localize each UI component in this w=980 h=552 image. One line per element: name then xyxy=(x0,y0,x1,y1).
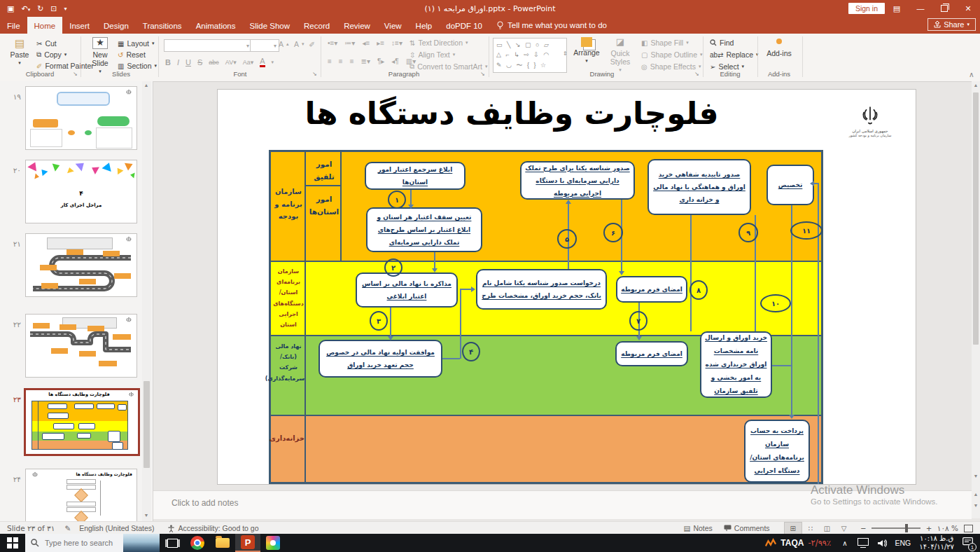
taskbar-powerpoint-active[interactable]: P xyxy=(235,534,260,552)
slide-canvas[interactable]: جمهوری اسلامی ایران سازمان برنامه و بودج… xyxy=(217,89,916,485)
find-button[interactable]: Find xyxy=(710,39,734,47)
font-name-combo[interactable]: ▾ xyxy=(164,39,252,52)
restore-button[interactable] xyxy=(932,0,956,17)
decrease-indent-button[interactable]: ◂≡ xyxy=(362,39,370,47)
scroll-up-icon[interactable]: ▲ xyxy=(972,83,980,88)
tab-help[interactable]: Help xyxy=(409,17,440,34)
flow-box-2[interactable]: تعیین سقف اعتبار هر استان و ابلاغ اعتبار… xyxy=(366,207,482,252)
slide-sorter-view-button[interactable]: ∷ xyxy=(802,523,819,534)
stock-ticker[interactable]: TAQA -۲/۹۹٪ xyxy=(765,538,831,548)
align-right-button[interactable]: ≡ xyxy=(350,57,354,65)
slide-scrollbar-thumb[interactable] xyxy=(973,92,979,345)
addins-button[interactable]: Add-ins xyxy=(763,39,795,57)
justify-button[interactable]: ≣▾ xyxy=(361,57,370,65)
next-slide-button[interactable]: ▼ xyxy=(972,503,980,508)
clear-formatting-button[interactable]: ✐ xyxy=(309,40,315,48)
strikethrough-button[interactable]: abc xyxy=(209,59,219,66)
keyboard-language-indicator[interactable]: ENG xyxy=(895,539,911,547)
flow-box-5[interactable]: تخصیص xyxy=(766,165,814,205)
copy-button[interactable]: ⧉Copy▾ xyxy=(36,50,66,59)
slide-22-thumbnail[interactable] xyxy=(25,314,137,378)
grow-font-button[interactable]: A▴ xyxy=(279,40,289,48)
underline-button[interactable]: U xyxy=(186,58,191,67)
thumbnail-scrollbar-thumb[interactable] xyxy=(144,381,150,468)
tab-design[interactable]: Design xyxy=(97,17,136,34)
paste-button[interactable]: ▤ Paste▾ xyxy=(7,37,32,66)
scroll-down-icon[interactable]: ▼ xyxy=(972,474,980,478)
font-dialog-launcher[interactable]: ↘ xyxy=(312,71,317,77)
slide-scrollbar[interactable]: ▲ ▼ ▲ ▼ xyxy=(972,81,980,518)
arrange-button[interactable]: Arrange▾ xyxy=(571,37,602,64)
increase-indent-button[interactable]: ▸≡ xyxy=(377,39,384,47)
zoom-slider-handle[interactable] xyxy=(905,524,908,532)
reading-view-button[interactable]: ◫ xyxy=(819,523,836,534)
sign-in-button[interactable]: Sign in xyxy=(848,3,885,14)
slide-20-thumbnail[interactable]: ۴ مراحل اجرای کار xyxy=(25,160,137,223)
task-view-button[interactable] xyxy=(160,534,185,552)
slideshow-view-button[interactable]: ▽ xyxy=(836,523,853,534)
character-spacing-button[interactable]: A︎V▾ xyxy=(225,59,237,66)
spell-check-icon[interactable]: ✎ xyxy=(64,524,71,532)
taskbar-file-explorer[interactable] xyxy=(210,534,235,552)
ribbon-display-options-icon[interactable]: ▤ xyxy=(885,0,909,17)
taskbar-chrome[interactable] xyxy=(185,534,210,552)
accessibility-status[interactable]: Accessibility: Good to go xyxy=(178,524,259,532)
search-highlight-image[interactable] xyxy=(123,534,160,552)
font-size-combo[interactable]: ▾ xyxy=(250,39,279,52)
normal-view-button[interactable]: ⊞ xyxy=(784,522,802,534)
italic-button[interactable]: I xyxy=(177,58,179,67)
shape-outline-button[interactable]: ▢Shape Outline▾ xyxy=(641,50,703,59)
replace-button[interactable]: ab⇄Replace▾ xyxy=(710,50,759,59)
action-center-button[interactable]: 1 xyxy=(962,537,973,549)
zoom-level[interactable]: ۱۰۸ % xyxy=(937,524,958,532)
taskbar-search[interactable] xyxy=(25,534,160,552)
fit-to-window-icon[interactable] xyxy=(964,525,973,532)
quick-styles-button[interactable]: ◪ Quick Styles▾ xyxy=(605,37,636,73)
tab-animations[interactable]: Animations xyxy=(189,17,243,34)
bullets-button[interactable]: •≡▾ xyxy=(328,39,337,47)
previous-slide-button[interactable]: ▲ xyxy=(972,492,980,497)
shape-effects-button[interactable]: ◎Shape Effects▾ xyxy=(641,62,701,71)
tab-dopdf[interactable]: doPDF 10 xyxy=(439,17,489,34)
tray-expand-icon[interactable]: ∧ xyxy=(842,539,847,547)
clipboard-dialog-launcher[interactable]: ↘ xyxy=(73,71,78,77)
flow-box-6[interactable]: مذاکره با نهاد مالی بر اساس اعتبار ابلاغ… xyxy=(356,272,458,308)
minimize-button[interactable]: — xyxy=(909,0,932,17)
flow-box-3[interactable]: صدور شناسه یکتا برای طرح تملک دارایی سرم… xyxy=(520,161,635,200)
slide-title[interactable]: فلوچارت وظایف دستگاه ها xyxy=(302,95,722,131)
tab-transitions[interactable]: Transitions xyxy=(136,17,189,34)
flow-box-12[interactable]: پرداخت به حساب سازمان برنامه‌های استان/ … xyxy=(744,420,810,483)
tab-view[interactable]: View xyxy=(377,17,409,34)
start-button[interactable] xyxy=(0,534,25,552)
tab-review[interactable]: Review xyxy=(337,17,377,34)
collapse-ribbon-button[interactable]: ∧ xyxy=(969,70,974,78)
line-spacing-button[interactable]: ↕≡▾ xyxy=(391,39,402,47)
clock[interactable]: ق.ظ ۱۰:۱۸ ۱۴۰۴/۱۱/۲۷ xyxy=(919,534,954,551)
speaker-icon[interactable] xyxy=(877,539,887,548)
taskbar-paint3d[interactable] xyxy=(260,534,286,552)
network-icon[interactable] xyxy=(858,538,869,548)
slide-19-thumbnail[interactable] xyxy=(25,86,137,150)
shapes-scroll[interactable]: ⇕ xyxy=(563,50,568,57)
shapes-gallery[interactable]: ▭ ╲ ↘ ▢ ○ ▱△ ⌐ ↳ ⇨ ⇩ ◠✎ ◡ 〜 { } ☆ xyxy=(493,38,567,73)
scroll-down-icon[interactable]: ▼ xyxy=(142,513,150,518)
paragraph-dialog-launcher[interactable]: ↘ xyxy=(480,71,485,77)
language-indicator[interactable]: English (United States) xyxy=(79,524,154,532)
shadow-button[interactable]: S xyxy=(197,58,202,67)
bold-button[interactable]: B xyxy=(165,58,171,67)
shape-fill-button[interactable]: ◧Shape Fill▾ xyxy=(641,39,689,47)
flow-box-7[interactable]: درخواست صدور شناسه یکتا شامل نام بانک، ح… xyxy=(476,269,607,310)
slide-21-thumbnail[interactable] xyxy=(25,233,137,297)
zoom-in-button[interactable]: + xyxy=(926,523,932,534)
align-center-button[interactable]: ≡ xyxy=(339,57,343,65)
font-color-button[interactable]: A xyxy=(260,57,265,67)
share-button[interactable]: Share▾ xyxy=(927,18,976,31)
flow-box-1[interactable]: ابلاغ سرجمع اعتبار امور استان‌ها xyxy=(365,162,465,190)
numbering-button[interactable]: ≔▾ xyxy=(344,39,355,47)
align-text-button[interactable]: ⇳Align Text▾ xyxy=(410,50,455,59)
rtl-direction-button[interactable]: ◂¶ xyxy=(391,57,398,65)
flow-box-9[interactable]: موافقت اولیه نهاد مالی در خصوص حجم تعهد … xyxy=(318,340,442,378)
slide-24-thumbnail[interactable]: فلوچارت وظایف دستگاه ها xyxy=(25,469,137,521)
cut-button[interactable]: ✂Cut xyxy=(36,39,57,48)
layout-button[interactable]: ▦Layout▾ xyxy=(118,39,155,48)
